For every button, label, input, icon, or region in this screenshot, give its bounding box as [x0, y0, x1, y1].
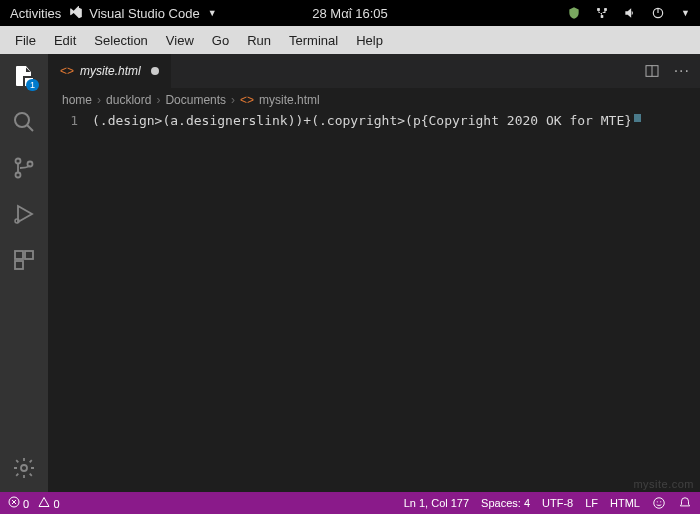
vscode-icon	[69, 6, 83, 20]
notifications-icon[interactable]	[678, 496, 692, 510]
breadcrumb-part[interactable]: mysite.html	[259, 93, 320, 107]
minimap-content	[634, 114, 641, 122]
tab-bar: <> mysite.html ···	[48, 54, 700, 88]
status-eol[interactable]: LF	[585, 497, 598, 509]
feedback-icon[interactable]	[652, 496, 666, 510]
shield-icon[interactable]	[567, 6, 581, 20]
status-bar: 0 0 Ln 1, Col 177 Spaces: 4 UTF-8 LF HTM…	[0, 492, 700, 514]
svg-point-13	[657, 501, 658, 502]
network-icon[interactable]	[595, 6, 609, 20]
breadcrumb-part[interactable]: Documents	[165, 93, 226, 107]
menu-view[interactable]: View	[157, 29, 203, 52]
menu-terminal[interactable]: Terminal	[280, 29, 347, 52]
warning-icon	[38, 496, 50, 508]
tab-filename: mysite.html	[80, 64, 141, 78]
power-icon[interactable]	[651, 6, 665, 20]
menu-bar: File Edit Selection View Go Run Terminal…	[0, 26, 700, 54]
menu-go[interactable]: Go	[203, 29, 238, 52]
svg-point-3	[16, 173, 21, 178]
clock[interactable]: 28 Μαΐ 16:05	[312, 6, 387, 21]
chevron-down-icon[interactable]: ▼	[681, 8, 690, 18]
line-number-gutter: 1	[48, 112, 92, 492]
menu-help[interactable]: Help	[347, 29, 392, 52]
split-editor-icon[interactable]	[644, 63, 660, 79]
error-icon	[8, 496, 20, 508]
gnome-top-bar: Activities Visual Studio Code ▼ 28 Μαΐ 1…	[0, 0, 700, 26]
settings-gear-icon[interactable]	[12, 456, 36, 480]
code-line[interactable]: (.design>(a.designerslink))+(.copyright>…	[92, 112, 700, 492]
more-actions-icon[interactable]: ···	[674, 62, 690, 80]
watermark: mysite.com	[633, 478, 694, 490]
svg-point-1	[15, 113, 29, 127]
menu-file[interactable]: File	[6, 29, 45, 52]
explorer-icon[interactable]: 1	[12, 64, 36, 88]
status-encoding[interactable]: UTF-8	[542, 497, 573, 509]
svg-point-12	[654, 498, 665, 509]
search-icon[interactable]	[12, 110, 36, 134]
chevron-right-icon: ›	[156, 93, 160, 107]
svg-rect-6	[15, 251, 23, 259]
activity-bar: 1	[0, 54, 48, 492]
svg-point-2	[16, 159, 21, 164]
menu-run[interactable]: Run	[238, 29, 280, 52]
breadcrumb-part[interactable]: home	[62, 93, 92, 107]
main-area: 1 <> mysite.html ···	[0, 54, 700, 492]
menu-edit[interactable]: Edit	[45, 29, 85, 52]
svg-point-14	[660, 501, 661, 502]
svg-point-4	[28, 162, 33, 167]
html-file-icon: <>	[60, 64, 74, 78]
html-file-icon: <>	[240, 93, 254, 107]
extensions-icon[interactable]	[12, 248, 36, 272]
svg-point-5	[15, 219, 19, 223]
chevron-right-icon: ›	[97, 93, 101, 107]
modified-dot-icon	[151, 67, 159, 75]
status-language[interactable]: HTML	[610, 497, 640, 509]
status-ln-col[interactable]: Ln 1, Col 177	[404, 497, 469, 509]
explorer-badge: 1	[26, 79, 39, 91]
tab-mysite-html[interactable]: <> mysite.html	[48, 54, 172, 88]
svg-rect-8	[15, 261, 23, 269]
chevron-right-icon: ›	[231, 93, 235, 107]
code-editor[interactable]: 1 (.design>(a.designerslink))+(.copyrigh…	[48, 112, 700, 492]
activities-button[interactable]: Activities	[10, 6, 61, 21]
editor-area: <> mysite.html ··· home › ducklord › Doc…	[48, 54, 700, 492]
active-app-menu[interactable]: Visual Studio Code ▼	[69, 6, 216, 21]
breadcrumb-part[interactable]: ducklord	[106, 93, 151, 107]
status-problems[interactable]: 0 0	[8, 496, 60, 510]
run-debug-icon[interactable]	[12, 202, 36, 226]
breadcrumbs[interactable]: home › ducklord › Documents › <> mysite.…	[48, 88, 700, 112]
menu-selection[interactable]: Selection	[85, 29, 156, 52]
svg-rect-7	[25, 251, 33, 259]
volume-icon[interactable]	[623, 6, 637, 20]
active-app-name: Visual Studio Code	[89, 6, 199, 21]
status-indent[interactable]: Spaces: 4	[481, 497, 530, 509]
minimap[interactable]	[630, 112, 700, 492]
svg-point-9	[21, 465, 27, 471]
source-control-icon[interactable]	[12, 156, 36, 180]
line-number: 1	[48, 113, 78, 128]
chevron-down-icon: ▼	[208, 8, 217, 18]
